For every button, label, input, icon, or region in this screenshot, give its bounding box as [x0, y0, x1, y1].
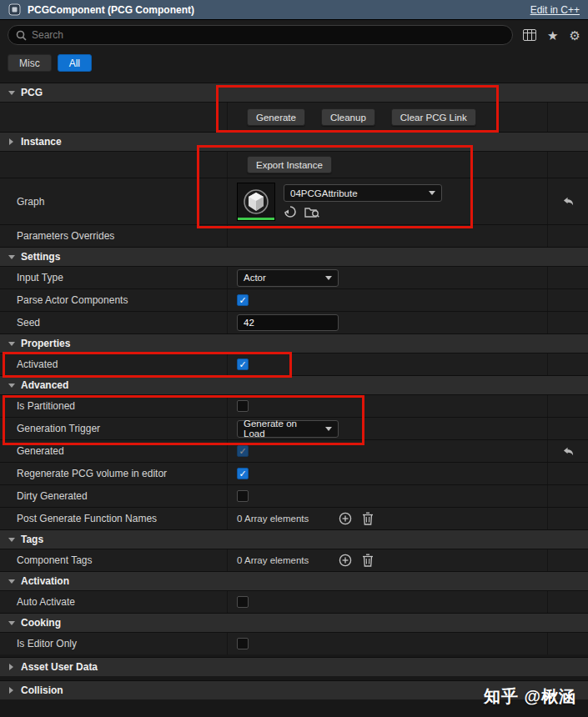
input-type-dropdown[interactable]: Actor — [237, 269, 339, 287]
category-header-settings[interactable]: Settings — [0, 247, 588, 266]
export-instance-row: Export Instance — [0, 151, 588, 178]
activated-row: Activated ✓ — [0, 353, 588, 375]
parameters-overrides-row: Parameters Overrides — [0, 224, 588, 247]
filter-misc-button[interactable]: Misc — [8, 54, 52, 72]
search-box[interactable] — [8, 25, 513, 45]
delete-elements-icon[interactable] — [362, 512, 374, 525]
generation-trigger-value: Generate on Load — [244, 419, 319, 439]
category-expand-icon — [7, 138, 16, 145]
chevron-down-icon — [325, 427, 332, 431]
cleanup-button[interactable]: Cleanup — [321, 108, 375, 126]
category-expand-icon — [7, 342, 16, 346]
category-expand-icon — [7, 538, 16, 542]
is-editor-only-checkbox[interactable] — [237, 638, 249, 649]
category-label: Properties — [21, 338, 70, 349]
dirty-generated-checkbox[interactable] — [237, 490, 249, 502]
category-header-tags[interactable]: Tags — [0, 529, 588, 549]
is-partitioned-row: Is Partitioned — [0, 394, 588, 417]
filter-all-button[interactable]: All — [58, 54, 92, 72]
generated-label: Generated — [0, 440, 227, 462]
auto-activate-checkbox[interactable] — [237, 596, 249, 608]
activated-checkbox[interactable]: ✓ — [237, 358, 249, 370]
dirty-generated-label: Dirty Generated — [0, 485, 227, 507]
is-partitioned-label: Is Partitioned — [0, 395, 227, 417]
regenerate-pcg-volume-label: Regenerate PCG volume in editor — [0, 463, 227, 484]
view-options-icon[interactable] — [523, 29, 536, 41]
details-panel: PCGComponent (PCG Component) Edit in C++… — [0, 0, 588, 717]
auto-activate-row: Auto Activate — [0, 590, 588, 613]
component-tags-row: Component Tags 0 Array elements — [0, 549, 588, 571]
array-elements-count: 0 Array elements — [237, 555, 309, 565]
component-title: PCGComponent (PCG Component) — [28, 4, 194, 16]
category-label: Settings — [21, 251, 60, 263]
input-type-row: Input Type Actor — [0, 266, 588, 288]
input-type-label: Input Type — [0, 267, 227, 288]
toolbar-icons: ★ ⚙ — [523, 29, 580, 42]
browse-to-asset-icon[interactable] — [304, 206, 319, 218]
graph-asset-thumbnail[interactable] — [237, 183, 275, 221]
category-header-asset-user-data[interactable]: Asset User Data — [0, 657, 588, 676]
category-header-activation[interactable]: Activation — [0, 571, 588, 590]
parse-actor-components-row: Parse Actor Components ✓ — [0, 288, 588, 311]
category-label: Instance — [21, 136, 62, 148]
activated-label: Activated — [0, 353, 227, 375]
category-expand-icon — [7, 255, 16, 259]
edit-in-cpp-link[interactable]: Edit in C++ — [530, 4, 580, 16]
post-generate-function-names-row: Post Generate Function Names 0 Array ele… — [0, 507, 588, 529]
parameters-overrides-label: Parameters Overrides — [0, 225, 227, 247]
reset-to-default-icon[interactable] — [562, 196, 575, 207]
category-expand-icon — [7, 621, 16, 625]
dirty-generated-row: Dirty Generated — [0, 484, 588, 507]
category-label: Asset User Data — [21, 661, 98, 673]
generated-row: Generated ✓ — [0, 439, 588, 462]
settings-gear-icon[interactable]: ⚙ — [570, 29, 580, 42]
chevron-down-icon — [429, 191, 435, 195]
post-generate-function-names-label: Post Generate Function Names — [0, 508, 227, 529]
generation-trigger-dropdown[interactable]: Generate on Load — [237, 420, 339, 438]
generated-checkbox[interactable]: ✓ — [237, 445, 249, 457]
use-selected-asset-icon[interactable] — [284, 205, 297, 218]
component-header-bar: PCGComponent (PCG Component) Edit in C++ — [0, 0, 588, 20]
category-expand-icon — [7, 579, 16, 584]
graph-asset-dropdown[interactable]: 04PCGAttribute — [284, 184, 442, 202]
category-label: Collision — [21, 684, 63, 696]
clear-pcg-link-button[interactable]: Clear PCG Link — [391, 108, 476, 126]
parse-actor-components-label: Parse Actor Components — [0, 289, 227, 311]
generate-button[interactable]: Generate — [247, 108, 305, 126]
is-editor-only-row: Is Editor Only — [0, 632, 588, 654]
generation-trigger-label: Generation Trigger — [0, 418, 227, 439]
zhihu-watermark: 知乎 @楸涵 — [484, 685, 576, 708]
component-tags-label: Component Tags — [0, 549, 227, 571]
graph-asset-name: 04PCGAttribute — [290, 188, 358, 198]
search-icon — [16, 30, 27, 41]
category-expand-icon — [7, 91, 16, 95]
category-label: Tags — [21, 534, 43, 545]
export-instance-button[interactable]: Export Instance — [247, 156, 332, 173]
asset-type-color-strip — [238, 218, 274, 220]
add-element-icon[interactable] — [339, 554, 352, 567]
seed-input[interactable] — [237, 314, 339, 331]
regenerate-pcg-volume-checkbox[interactable]: ✓ — [237, 468, 249, 479]
category-header-pcg[interactable]: PCG — [0, 83, 588, 102]
parse-actor-components-checkbox[interactable]: ✓ — [237, 294, 249, 306]
regenerate-pcg-volume-row: Regenerate PCG volume in editor ✓ — [0, 462, 588, 484]
graph-label: Graph — [0, 178, 227, 224]
add-element-icon[interactable] — [339, 512, 352, 525]
category-header-instance[interactable]: Instance — [0, 132, 588, 151]
is-partitioned-checkbox[interactable] — [237, 400, 249, 412]
category-header-cooking[interactable]: Cooking — [0, 613, 588, 632]
category-expand-icon — [7, 384, 16, 388]
reset-to-default-icon[interactable] — [562, 446, 575, 457]
category-header-advanced[interactable]: Advanced — [0, 375, 588, 394]
component-icon — [8, 3, 21, 16]
category-header-properties[interactable]: Properties — [0, 333, 588, 353]
filter-bar: Misc All — [0, 50, 588, 83]
search-toolbar: ★ ⚙ — [0, 20, 588, 50]
category-label: Cooking — [21, 617, 61, 629]
array-elements-count: 0 Array elements — [237, 514, 309, 524]
search-input[interactable] — [32, 29, 505, 41]
pcg-actions-row: Generate Cleanup Clear PCG Link — [0, 102, 588, 132]
delete-elements-icon[interactable] — [362, 554, 374, 567]
favorites-star-icon[interactable]: ★ — [547, 29, 558, 42]
auto-activate-label: Auto Activate — [0, 591, 227, 613]
